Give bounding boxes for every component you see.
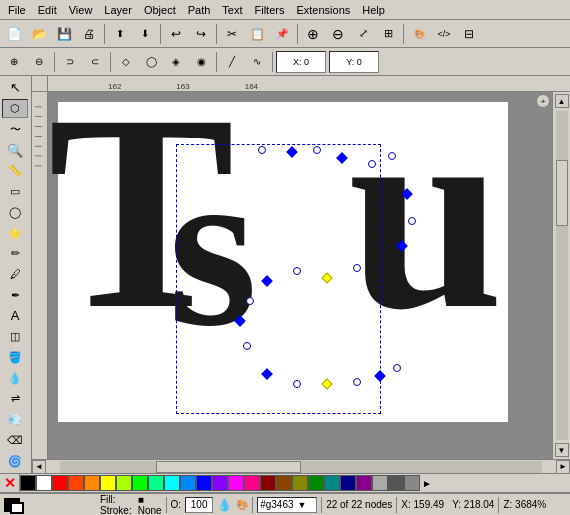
zoom-page-button[interactable]: ⊞ [376,23,400,45]
opacity-input[interactable] [185,497,213,513]
color-cyan-green[interactable] [148,475,164,491]
node-14[interactable] [246,297,254,305]
tweak-tool[interactable]: 〜 [2,119,28,139]
fill-stroke-button[interactable]: 🎨 [407,23,431,45]
node-y-field[interactable]: Y: 0 [329,51,379,73]
copy-button[interactable]: 📋 [245,23,269,45]
color-dark-red[interactable] [260,475,276,491]
color-yellow-green[interactable] [116,475,132,491]
open-button[interactable]: 📂 [27,23,51,45]
zoom-tool[interactable]: 🔍 [2,140,28,160]
dropper-tool[interactable]: 💧 [2,368,28,388]
node-8[interactable] [408,217,416,225]
node-smooth-button[interactable]: ◯ [139,51,163,73]
zoom-indicator[interactable]: + [536,94,550,108]
node-5[interactable] [368,160,376,168]
zoom-in-button[interactable]: ⊕ [301,23,325,45]
node-20[interactable] [353,378,361,386]
node-tool[interactable]: ⬡ [2,99,28,119]
node-6[interactable] [388,152,396,160]
menu-view[interactable]: View [63,3,99,17]
color-sky[interactable] [180,475,196,491]
canvas-area[interactable]: T s u [48,92,552,459]
export-button[interactable]: ⬇ [133,23,157,45]
calligraphy-tool[interactable]: ✒ [2,285,28,305]
color-magenta[interactable] [228,475,244,491]
color-dark-green[interactable] [308,475,324,491]
circle-tool[interactable]: ◯ [2,202,28,222]
color-violet[interactable] [212,475,228,491]
align-button[interactable]: ⊟ [457,23,481,45]
node-22[interactable] [393,364,401,372]
undo-button[interactable]: ↩ [164,23,188,45]
color-yellow[interactable] [100,475,116,491]
id-dropdown-icon[interactable]: ▼ [298,500,307,510]
node-corner-button[interactable]: ◇ [114,51,138,73]
add-node-button[interactable]: ⊕ [2,51,26,73]
zoom-out-button[interactable]: ⊖ [326,23,350,45]
color-purple[interactable] [356,475,372,491]
color-dark-orange[interactable] [276,475,292,491]
hscroll-thumb[interactable] [156,461,301,473]
menu-layer[interactable]: Layer [98,3,138,17]
menu-text[interactable]: Text [216,3,248,17]
menu-extensions[interactable]: Extensions [290,3,356,17]
hscroll-right[interactable]: ► [556,460,570,474]
color-mid-gray[interactable] [404,475,420,491]
menu-help[interactable]: Help [356,3,391,17]
node-16[interactable] [243,342,251,350]
color-cyan[interactable] [164,475,180,491]
measure-tool[interactable]: 📏 [2,161,28,181]
node-1[interactable] [258,146,266,154]
paint-tool[interactable]: 🪣 [2,348,28,368]
color-navy[interactable] [340,475,356,491]
menu-path[interactable]: Path [182,3,217,17]
color-pink[interactable] [244,475,260,491]
pen-tool[interactable]: 🖊 [2,265,28,285]
delete-node-button[interactable]: ⊖ [27,51,51,73]
object-id-box[interactable]: #g3463 ▼ [257,497,317,513]
rect-tool[interactable]: ▭ [2,182,28,202]
color-black[interactable] [20,475,36,491]
connector-tool[interactable]: ⇌ [2,389,28,409]
node-18[interactable] [293,380,301,388]
hscroll-track[interactable] [60,461,542,473]
palette-scroll-right[interactable]: ► [420,474,434,492]
color-teal[interactable] [324,475,340,491]
node-12[interactable] [293,267,301,275]
break-nodes-button[interactable]: ⊂ [83,51,107,73]
erase-tool[interactable]: ⌫ [2,430,28,450]
no-color-button[interactable]: ✕ [0,474,20,492]
scroll-down-button[interactable]: ▼ [555,443,569,457]
menu-object[interactable]: Object [138,3,182,17]
import-button[interactable]: ⬆ [108,23,132,45]
redo-button[interactable]: ↪ [189,23,213,45]
segment-line-button[interactable]: ╱ [220,51,244,73]
vscroll-track[interactable] [556,111,568,440]
node-symmetric-button[interactable]: ◈ [164,51,188,73]
scroll-up-button[interactable]: ▲ [555,94,569,108]
node-10[interactable] [353,264,361,272]
pencil-tool[interactable]: ✏ [2,244,28,264]
node-auto-button[interactable]: ◉ [189,51,213,73]
paste-button[interactable]: 📌 [270,23,294,45]
color-dark-gray[interactable] [388,475,404,491]
node-3[interactable] [313,146,321,154]
text-tool[interactable]: A [2,306,28,326]
color-olive[interactable] [292,475,308,491]
xml-editor-button[interactable]: </> [432,23,456,45]
hscroll-left[interactable]: ◄ [32,460,46,474]
node-x-field[interactable]: X: 0 [276,51,326,73]
spiral-tool[interactable]: 🌀 [2,451,28,471]
zoom-fit-button[interactable]: ⤢ [351,23,375,45]
vscroll-thumb[interactable] [556,160,568,226]
gradient-tool[interactable]: ◫ [2,327,28,347]
color-blue[interactable] [196,475,212,491]
join-nodes-button[interactable]: ⊃ [58,51,82,73]
color-white[interactable] [36,475,52,491]
menu-file[interactable]: File [2,3,32,17]
menu-edit[interactable]: Edit [32,3,63,17]
segment-curve-button[interactable]: ∿ [245,51,269,73]
spray-tool[interactable]: 💨 [2,410,28,430]
new-button[interactable]: 📄 [2,23,26,45]
